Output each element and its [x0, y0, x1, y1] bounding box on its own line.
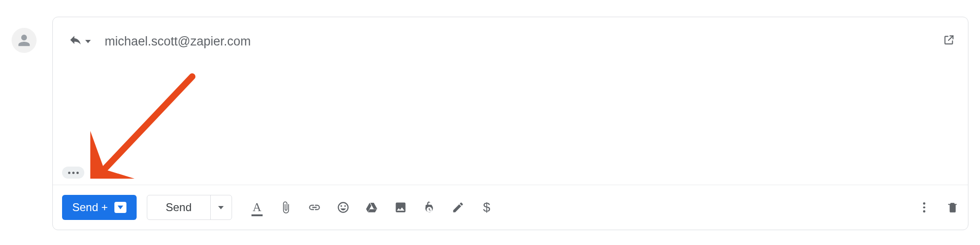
toolbar-right — [918, 201, 959, 213]
dot-icon — [68, 172, 70, 174]
reply-icon — [69, 33, 82, 50]
text-format-icon: A — [252, 200, 261, 214]
recipient-chip[interactable]: michael.scott@zapier.com — [105, 34, 251, 49]
discard-draft-button[interactable] — [947, 201, 959, 213]
attach-file-button[interactable] — [279, 201, 292, 214]
text-format-button[interactable]: A — [251, 200, 264, 214]
insert-emoji-button[interactable] — [337, 201, 350, 214]
caret-down-icon — [218, 206, 224, 209]
link-icon — [308, 201, 321, 214]
formatting-toolbar: A — [251, 200, 493, 215]
image-icon — [394, 201, 407, 214]
popout-button[interactable] — [943, 34, 955, 49]
dot-icon — [72, 172, 75, 174]
dot-icon — [923, 210, 925, 213]
compose-header: michael.scott@zapier.com — [66, 32, 955, 51]
insert-signature-button[interactable] — [452, 201, 465, 214]
pen-icon — [452, 201, 465, 214]
send-plus-label: Send + — [72, 201, 108, 214]
lock-clock-icon — [423, 201, 436, 214]
toolbar-divider — [53, 185, 968, 185]
google-drive-icon — [365, 201, 378, 214]
archive-dropdown-icon — [114, 202, 126, 213]
send-options-button[interactable] — [210, 195, 232, 219]
compose-body[interactable] — [53, 59, 968, 183]
dot-icon — [923, 202, 925, 205]
gmail-reply-compose: michael.scott@zapier.com Send + Send — [0, 0, 980, 245]
confidential-mode-button[interactable] — [423, 201, 436, 214]
send-plus-button[interactable]: Send + — [62, 195, 137, 220]
insert-drive-button[interactable] — [365, 201, 378, 214]
paperclip-icon — [279, 201, 292, 214]
insert-link-button[interactable] — [308, 201, 321, 214]
compose-card: michael.scott@zapier.com Send + Send — [52, 17, 968, 230]
dollar-icon: $ — [483, 200, 490, 214]
send-button-group: Send — [147, 195, 232, 220]
more-options-button[interactable] — [918, 201, 930, 213]
emoji-icon — [337, 201, 350, 214]
reply-type-button[interactable] — [66, 32, 94, 51]
open-in-new-icon — [943, 35, 955, 49]
send-button[interactable]: Send — [147, 195, 210, 219]
trash-icon — [947, 201, 959, 213]
show-trimmed-button[interactable] — [62, 167, 84, 179]
caret-down-icon — [85, 40, 91, 43]
send-money-button[interactable]: $ — [480, 200, 493, 215]
dot-icon — [76, 172, 79, 174]
insert-image-button[interactable] — [394, 201, 407, 214]
dot-icon — [923, 206, 925, 209]
compose-toolbar: Send + Send A — [62, 194, 959, 220]
avatar — [12, 28, 37, 53]
